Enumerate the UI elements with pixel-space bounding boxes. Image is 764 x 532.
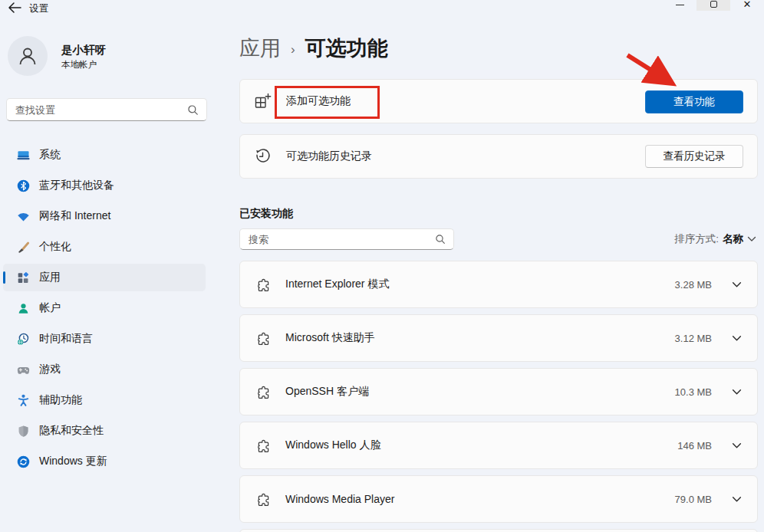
sidebar-item-label: 游戏 [39,363,61,376]
feature-row-windows-media-player[interactable]: Windows Media Player 79.0 MB [239,475,758,523]
chevron-down-icon[interactable] [732,442,742,449]
feature-row-partial [239,529,758,532]
sidebar-nav: 系统 蓝牙和其他设备 网络和 Internet 个性化 [0,140,215,477]
feature-search-box[interactable] [239,228,454,250]
back-icon[interactable] [8,2,21,14]
time-language-icon [17,333,30,346]
add-feature-icon [254,93,272,110]
breadcrumb-separator: › [291,42,295,57]
feature-row-windows-hello-face[interactable]: Windows Hello 人脸 146 MB [239,422,758,469]
sidebar-item-label: 蓝牙和其他设备 [39,179,114,192]
search-icon [435,234,446,245]
window-controls: ✕ [657,0,764,11]
feature-name: Microsoft 快速助手 [285,331,675,345]
feature-name: Windows Media Player [285,493,675,505]
history-icon [254,148,272,166]
breadcrumb: 应用 › 可选功能 [239,34,388,62]
sidebar-item-label: 隐私和安全性 [39,424,104,438]
window-title: 设置 [29,2,48,15]
chevron-down-icon[interactable] [732,389,742,396]
sidebar-item-bluetooth[interactable]: 蓝牙和其他设备 [0,170,215,201]
installed-features-heading: 已安装功能 [239,207,293,221]
accounts-icon [17,302,30,315]
add-optional-feature-card: 添加可选功能 查看功能 [239,79,758,123]
sidebar-item-windows-update[interactable]: Windows 更新 [0,446,215,477]
page-title: 可选功能 [305,34,388,62]
chevron-down-icon[interactable] [732,335,742,342]
feature-size: 146 MB [677,440,712,452]
system-icon [17,149,30,162]
profile-name: 是小轩呀 [61,43,106,57]
annotation-highlight-box [275,86,380,119]
bluetooth-icon [17,179,30,192]
feature-search-input[interactable] [240,234,435,245]
selected-indicator [3,271,5,284]
avatar[interactable] [8,36,48,76]
maximize-button[interactable] [696,0,730,11]
sidebar-item-label: Windows 更新 [39,455,107,468]
apps-icon [17,271,30,284]
sort-control[interactable]: 排序方式: 名称 [674,232,756,246]
sidebar-item-label: 应用 [39,271,61,284]
close-icon: ✕ [743,0,752,10]
person-icon [16,44,39,67]
close-button[interactable]: ✕ [730,0,764,11]
chevron-down-icon [747,236,756,242]
puzzle-icon [255,330,272,346]
view-features-button[interactable]: 查看功能 [645,90,743,113]
puzzle-icon [255,277,272,293]
minimize-icon [676,5,684,5]
sidebar-item-label: 时间和语言 [39,332,93,346]
feature-row-openssh-client[interactable]: OpenSSH 客户端 10.3 MB [239,368,758,415]
sidebar-item-label: 个性化 [39,240,71,254]
profile-account-type: 本地帐户 [61,59,97,71]
sidebar-item-system[interactable]: 系统 [0,140,215,170]
sidebar-item-label: 网络和 Internet [39,209,110,223]
puzzle-icon [255,491,272,507]
sidebar-item-network[interactable]: 网络和 Internet [0,201,215,232]
feature-size: 3.28 MB [675,279,712,291]
feature-size: 3.12 MB [675,333,712,344]
feature-size: 79.0 MB [675,494,712,505]
settings-search-input[interactable] [7,104,187,116]
puzzle-icon [255,384,272,400]
sidebar-item-accessibility[interactable]: 辅助功能 [0,385,215,415]
sidebar-item-accounts[interactable]: 帐户 [0,293,215,323]
settings-search-box[interactable] [6,98,207,121]
personalization-icon [17,241,30,254]
feature-name: Internet Explorer 模式 [285,277,675,291]
network-icon [17,210,30,223]
search-icon [187,104,199,116]
feature-row-quick-assist[interactable]: Microsoft 快速助手 3.12 MB [239,314,758,362]
sidebar-item-label: 辅助功能 [39,393,82,407]
sidebar-item-label: 帐户 [39,301,61,315]
view-history-button[interactable]: 查看历史记录 [645,145,743,168]
restore-icon [710,1,717,8]
windows-update-icon [17,455,30,468]
breadcrumb-parent[interactable]: 应用 [239,34,281,62]
chevron-down-icon[interactable] [732,281,742,288]
sidebar-item-privacy[interactable]: 隐私和安全性 [0,415,215,446]
gaming-icon [17,363,30,376]
chevron-down-icon[interactable] [732,496,742,503]
sidebar-item-time-language[interactable]: 时间和语言 [0,323,215,354]
feature-size: 10.3 MB [675,386,712,398]
sort-label: 排序方式: [674,232,719,246]
feature-name: OpenSSH 客户端 [285,385,675,399]
accessibility-icon [17,394,30,407]
privacy-icon [17,425,30,438]
feature-row-internet-explorer-mode[interactable]: Internet Explorer 模式 3.28 MB [239,261,758,308]
sidebar-item-personalization[interactable]: 个性化 [0,232,215,262]
sidebar-item-label: 系统 [39,148,61,162]
feature-name: Windows Hello 人脸 [285,438,677,452]
sort-value: 名称 [723,232,743,246]
feature-history-card: 可选功能历史记录 查看历史记录 [239,134,758,179]
minimize-button[interactable] [663,0,696,11]
feature-history-label: 可选功能历史记录 [286,149,372,163]
sidebar-item-gaming[interactable]: 游戏 [0,354,215,385]
puzzle-icon [255,438,272,454]
sidebar-item-apps[interactable]: 应用 [0,262,215,293]
